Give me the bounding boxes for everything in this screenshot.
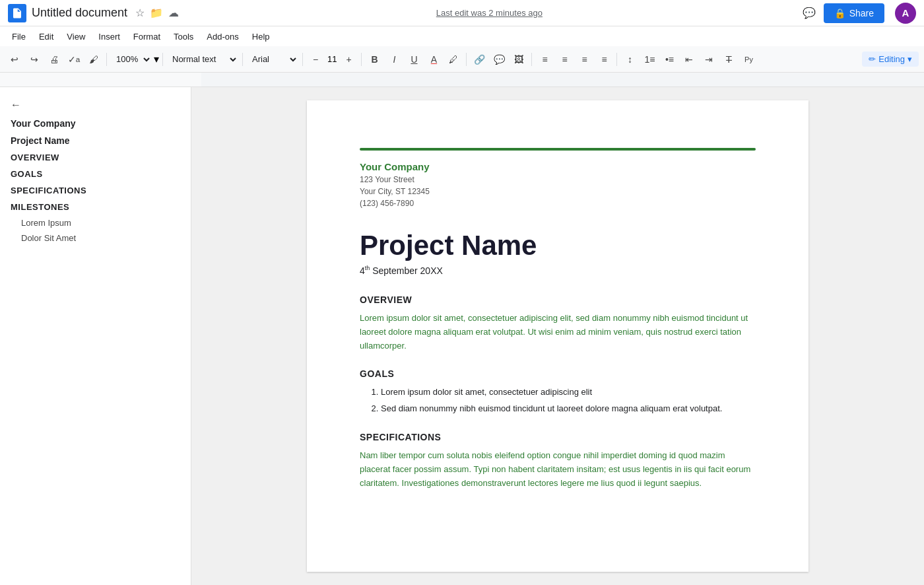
doc-title[interactable]: Untitled document: [32, 6, 127, 20]
text-style-select[interactable]: Normal text: [166, 51, 239, 68]
back-arrow-icon: ←: [11, 99, 21, 111]
document-outline-sidebar: ← Your Company Project Name OVERVIEW GOA…: [0, 87, 191, 585]
last-edit[interactable]: Last edit was 2 minutes ago: [436, 8, 543, 18]
python-button[interactable]: Py: [739, 50, 758, 69]
redo-button[interactable]: ↪: [25, 50, 44, 69]
separator7: [531, 53, 532, 66]
specifications-heading[interactable]: SPECIFICATIONS: [360, 432, 756, 442]
address-line2[interactable]: Your City, ST 12345: [360, 186, 756, 197]
align-center-button[interactable]: ≡: [555, 50, 574, 69]
menu-help[interactable]: Help: [246, 29, 277, 44]
sidebar-back-button[interactable]: ←: [0, 95, 191, 115]
title-bar: Untitled document ☆ 📁 ☁ Last edit was 2 …: [0, 0, 924, 26]
justify-button[interactable]: ≡: [595, 50, 613, 69]
decrease-indent-button[interactable]: ⇤: [680, 50, 698, 69]
star-icon[interactable]: ☆: [135, 7, 145, 19]
font-size-increase[interactable]: +: [339, 50, 358, 69]
dropdown-icon: ▾: [908, 54, 912, 64]
sidebar-item-overview[interactable]: OVERVIEW: [0, 149, 191, 166]
overview-body[interactable]: Lorem ipsum dolor sit amet, consectetuer…: [360, 312, 756, 353]
company-name[interactable]: Your Company: [360, 161, 756, 172]
zoom-select[interactable]: 100%: [110, 51, 152, 68]
zoom-control[interactable]: 100% ▾: [110, 51, 159, 68]
specifications-body[interactable]: Nam liber tempor cum soluta nobis eleife…: [360, 449, 756, 490]
separator8: [616, 53, 617, 66]
sidebar-item-project-name[interactable]: Project Name: [0, 132, 191, 149]
line-spacing-button[interactable]: ↕: [620, 50, 639, 69]
ruler: [0, 73, 924, 87]
user-avatar[interactable]: A: [895, 3, 916, 24]
main-layout: ← Your Company Project Name OVERVIEW GOA…: [0, 87, 924, 585]
menu-tools[interactable]: Tools: [167, 29, 200, 44]
address-line1[interactable]: 123 Your Street: [360, 174, 756, 186]
cloud-icon[interactable]: ☁: [168, 7, 179, 19]
undo-button[interactable]: ↩: [5, 50, 24, 69]
menu-insert[interactable]: Insert: [92, 29, 127, 44]
phone[interactable]: (123) 456-7890: [360, 197, 756, 209]
text-color-button[interactable]: A: [424, 50, 443, 69]
align-left-button[interactable]: ≡: [535, 50, 554, 69]
lock-icon: 🔒: [834, 8, 845, 18]
bold-button[interactable]: B: [365, 50, 383, 69]
menu-file[interactable]: File: [5, 29, 32, 44]
align-right-button[interactable]: ≡: [575, 50, 593, 69]
underline-button[interactable]: U: [405, 50, 423, 69]
goals-item-2[interactable]: Sed diam nonummy nibh euismod tincidunt …: [381, 402, 756, 416]
separator: [106, 53, 107, 66]
separator3: [242, 53, 243, 66]
goals-item-1[interactable]: Lorem ipsum dolor sit amet, consectetuer…: [381, 386, 756, 399]
menu-format[interactable]: Format: [127, 29, 167, 44]
menu-bar: File Edit View Insert Format Tools Add-o…: [0, 26, 924, 46]
toolbar: ↩ ↪ 🖨 ✓a 🖌 100% ▾ Normal text Arial − 11…: [0, 46, 924, 73]
document-page: Your Company 123 Your Street Your City, …: [307, 100, 808, 572]
italic-button[interactable]: I: [385, 50, 403, 69]
font-size-decrease[interactable]: −: [306, 50, 325, 69]
clear-format-button[interactable]: T̶: [719, 50, 738, 69]
sidebar-item-specifications[interactable]: SPECIFICATIONS: [0, 182, 191, 199]
separator2: [162, 53, 163, 66]
sidebar-item-milestones[interactable]: MILESTONES: [0, 199, 191, 215]
comment-button[interactable]: 💬: [490, 50, 508, 69]
spellcheck-button[interactable]: ✓a: [65, 50, 83, 69]
app-icon: [8, 4, 26, 22]
font-size-control: − 11 +: [306, 50, 358, 69]
zoom-chevron: ▾: [154, 53, 159, 65]
separator5: [361, 53, 362, 66]
numbered-list-button[interactable]: 1≡: [640, 50, 659, 69]
font-select[interactable]: Arial: [246, 51, 299, 68]
font-size-value[interactable]: 11: [325, 54, 339, 64]
link-button[interactable]: 🔗: [470, 50, 488, 69]
print-button[interactable]: 🖨: [45, 50, 63, 69]
menu-edit[interactable]: Edit: [32, 29, 60, 44]
folder-icon[interactable]: 📁: [150, 7, 163, 19]
sidebar-item-goals[interactable]: GOALS: [0, 166, 191, 182]
editing-mode-button[interactable]: ✏ Editing ▾: [862, 52, 919, 67]
goals-heading[interactable]: GOALS: [360, 368, 756, 379]
overview-heading[interactable]: OVERVIEW: [360, 294, 756, 305]
image-button[interactable]: 🖼: [510, 50, 528, 69]
bulleted-list-button[interactable]: •≡: [660, 50, 678, 69]
sidebar-subitem-dolor[interactable]: Dolor Sit Amet: [0, 230, 191, 246]
highlight-button[interactable]: 🖊: [444, 50, 463, 69]
project-date[interactable]: 4th September 20XX: [360, 265, 756, 276]
paint-format-button[interactable]: 🖌: [84, 50, 103, 69]
increase-indent-button[interactable]: ⇥: [700, 50, 718, 69]
menu-view[interactable]: View: [60, 29, 92, 44]
separator4: [302, 53, 303, 66]
separator6: [466, 53, 467, 66]
chat-icon[interactable]: 💬: [800, 4, 818, 22]
document-area[interactable]: Your Company 123 Your Street Your City, …: [191, 87, 924, 585]
goals-list: Lorem ipsum dolor sit amet, consectetuer…: [360, 386, 756, 416]
share-button[interactable]: 🔒 Share: [824, 3, 884, 23]
sidebar-item-company[interactable]: Your Company: [0, 115, 191, 132]
menu-addons[interactable]: Add-ons: [200, 29, 245, 44]
pencil-icon: ✏: [869, 54, 876, 64]
header-green-line: [360, 148, 756, 151]
project-title[interactable]: Project Name: [360, 229, 756, 262]
sidebar-subitem-lorem[interactable]: Lorem Ipsum: [0, 215, 191, 230]
